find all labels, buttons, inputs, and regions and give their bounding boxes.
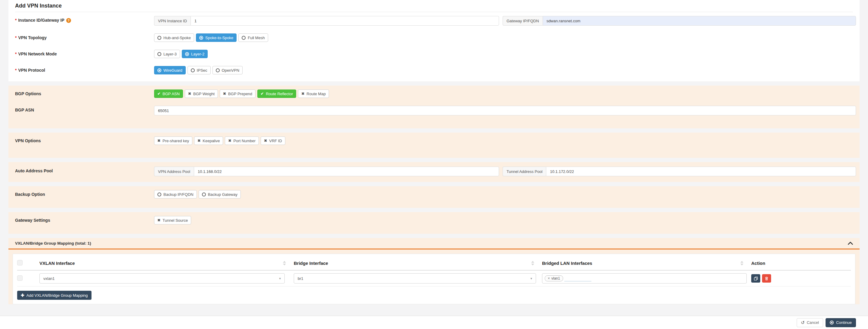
vpn-address-pool-group: VPN Address Pool — [154, 167, 499, 176]
delete-row-button[interactable] — [762, 274, 771, 283]
x-icon: ✖ — [264, 139, 267, 142]
gateway-ip-group: Gateway IP/FQDN — [503, 16, 856, 26]
field-label-backup-option: Backup Option — [15, 190, 154, 197]
toggle-route-reflector[interactable]: ✔ Route Reflector — [257, 89, 296, 98]
radio-hub-and-spoke[interactable]: Hub-and-Spoke — [154, 33, 194, 42]
tunnel-address-pool-group: Tunnel Address Pool — [503, 167, 856, 176]
x-icon: ✖ — [157, 139, 160, 142]
vxlan-section-header: VXLAN/Bridge Group Mapping (total: 1) — [8, 238, 860, 249]
vpn-instance-id-input[interactable] — [190, 16, 499, 26]
bridge-interface-select[interactable]: br1 ▾ — [294, 273, 536, 283]
x-icon: ✖ — [197, 139, 200, 142]
sort-icon[interactable] — [531, 261, 534, 266]
vpn-address-pool-input[interactable] — [194, 167, 499, 176]
toggle-bgp-prepend[interactable]: ✖ BGP Prepend — [220, 89, 255, 98]
form-row-vpn-options: VPN Options ✖ Pre-shared key ✖ Keepalive… — [8, 133, 860, 149]
toggle-vrf-id[interactable]: ✖ VRF ID — [261, 136, 285, 145]
copy-icon — [754, 276, 758, 281]
column-header-action: Action — [751, 261, 851, 266]
gateway-ip-input[interactable] — [542, 16, 856, 26]
duplicate-row-button[interactable] — [751, 274, 760, 283]
column-header-bridge-interface[interactable]: Bridge Interface — [294, 261, 542, 266]
form-row-vpn-network-mode: *VPN Network Mode Layer-3 Layer-2 — [8, 46, 860, 62]
toggle-route-map[interactable]: ✖ Route Map — [298, 89, 329, 98]
undo-icon: ↺ — [801, 320, 805, 325]
page-title: Add VPN Instance — [8, 0, 860, 12]
form-row-backup-option: Backup Option Backup IP/FQDN Backup Gate… — [8, 186, 860, 202]
check-icon: ✔ — [157, 92, 160, 95]
add-vpn-instance-form: Add VPN Instance *Instance ID/Gateway IP… — [8, 0, 860, 304]
collapse-section-button[interactable] — [848, 242, 853, 245]
radio-openvpn[interactable]: OpenVPN — [213, 66, 243, 75]
gateway-settings-band: Gateway Settings ✖ Tunnel Source — [8, 212, 860, 234]
field-label-auto-address-pool: Auto Address Pool — [15, 167, 154, 173]
vpn-instance-id-addon: VPN Instance ID — [154, 16, 190, 26]
tag-chip-vlan1: × vlan1 — [545, 275, 563, 281]
radio-layer-2[interactable]: Layer-2 — [182, 50, 208, 58]
field-label-vpn-options: VPN Options — [15, 136, 154, 143]
toggle-keepalive[interactable]: ✖ Keepalive — [194, 136, 223, 145]
toggle-bgp-weight[interactable]: ✖ BGP Weight — [185, 89, 218, 98]
toggle-pre-shared-key[interactable]: ✖ Pre-shared key — [154, 136, 192, 145]
sort-icon[interactable] — [283, 261, 286, 266]
required-asterisk: * — [15, 68, 17, 73]
chevron-up-icon — [848, 242, 853, 245]
radio-spoke-to-spoke[interactable]: Spoke-to-Spoke — [196, 33, 237, 42]
circle-dot-icon — [830, 321, 834, 325]
form-top-card: Add VPN Instance *Instance ID/Gateway IP… — [8, 0, 860, 81]
gateway-ip-addon: Gateway IP/FQDN — [503, 16, 542, 26]
radio-selected-icon — [199, 36, 203, 40]
tag-text-cursor-area[interactable] — [564, 275, 591, 281]
radio-ipsec[interactable]: IPSec — [187, 66, 211, 75]
radio-wireguard[interactable]: WireGuard — [154, 66, 186, 75]
sort-icon[interactable] — [740, 261, 743, 266]
column-header-bridged-lan[interactable]: Bridged LAN Interfaces — [542, 261, 751, 266]
help-icon[interactable]: ? — [66, 18, 71, 23]
continue-button[interactable]: Continue — [826, 318, 856, 327]
vpn-address-pool-addon: VPN Address Pool — [154, 167, 194, 176]
bgp-asn-input[interactable] — [154, 106, 856, 115]
tunnel-address-pool-input[interactable] — [546, 167, 856, 176]
radio-icon — [202, 193, 206, 196]
vpn-options-band: VPN Options ✖ Pre-shared key ✖ Keepalive… — [8, 133, 860, 158]
x-icon: ✖ — [223, 92, 226, 95]
radio-full-mesh[interactable]: Full Mesh — [238, 33, 268, 42]
radio-backup-gateway[interactable]: Backup Gateway — [199, 190, 241, 198]
required-asterisk: * — [15, 18, 17, 23]
radio-icon — [191, 68, 195, 72]
select-all-checkbox[interactable] — [17, 260, 23, 266]
vxlan-section-title: VXLAN/Bridge Group Mapping (total: 1) — [15, 241, 91, 246]
field-label-vpn-protocol: *VPN Protocol — [15, 66, 154, 73]
vxlan-table-row: vxlan1 ▾ br1 ▾ × vlan1 — [17, 271, 851, 286]
vxlan-table-panel: VXLAN Interface Bridge Interface Bridged… — [13, 254, 855, 304]
toggle-bgp-asn[interactable]: ✔ BGP ASN — [154, 89, 183, 98]
form-row-auto-address-pool: Auto Address Pool VPN Address Pool Tunne… — [8, 163, 860, 180]
toggle-tunnel-source[interactable]: ✖ Tunnel Source — [154, 216, 191, 224]
row-checkbox[interactable] — [17, 275, 23, 281]
field-label-bgp-asn: BGP ASN — [15, 106, 154, 112]
x-icon: ✖ — [188, 92, 191, 95]
vxlan-interface-select[interactable]: vxlan1 ▾ — [39, 273, 285, 283]
required-asterisk: * — [15, 52, 17, 56]
footer-bar: ↺ Cancel Continue — [0, 316, 868, 329]
x-icon: ✖ — [228, 139, 231, 142]
cancel-button[interactable]: ↺ Cancel — [797, 318, 823, 327]
bridged-lan-tags-input[interactable]: × vlan1 — [542, 273, 747, 283]
radio-selected-icon — [157, 68, 161, 72]
caret-down-icon: ▾ — [530, 277, 532, 280]
column-header-vxlan-interface[interactable]: VXLAN Interface — [39, 261, 294, 266]
add-vxlan-mapping-button[interactable]: ✚ Add VXLAN/Bridge Group Mapping — [17, 291, 92, 300]
x-icon: ✖ — [301, 92, 304, 95]
field-label-vpn-network-mode: *VPN Network Mode — [15, 50, 154, 56]
form-row-gateway-settings: Gateway Settings ✖ Tunnel Source — [8, 212, 860, 228]
radio-backup-ip-fqdn[interactable]: Backup IP/FQDN — [154, 190, 197, 198]
remove-tag-icon[interactable]: × — [548, 276, 550, 280]
form-row-instance-id: *Instance ID/Gateway IP? VPN Instance ID… — [8, 12, 860, 30]
toggle-port-number[interactable]: ✖ Port Number — [225, 136, 259, 145]
trash-icon — [765, 276, 769, 281]
plus-icon: ✚ — [21, 293, 24, 298]
radio-selected-icon — [185, 52, 189, 56]
radio-icon — [242, 36, 246, 40]
radio-layer-3[interactable]: Layer-3 — [154, 50, 180, 58]
vxlan-section: VXLAN/Bridge Group Mapping (total: 1) VX… — [8, 238, 860, 304]
